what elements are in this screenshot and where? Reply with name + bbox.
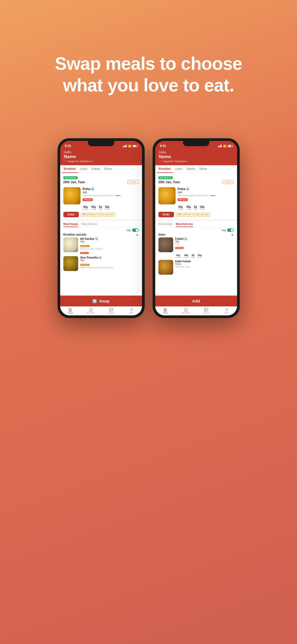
swap-item-img-aloo xyxy=(63,256,78,271)
next-meal-badge-left: Next Meal On xyxy=(63,176,78,179)
addons-section-right: Meal Swaps Meal Add-ons Veg Sides ▲ xyxy=(155,221,237,296)
swap-item-info-idli: Idli Sambar ₹80 Breakfast Aloo Posto, Ri… xyxy=(80,237,139,255)
next-meal-badge-right: Next Meal On xyxy=(158,176,173,179)
swap-item-img-idli xyxy=(63,237,78,252)
veg-toggle-left[interactable] xyxy=(132,228,139,232)
pin-icon-left: 📍 xyxy=(64,160,67,163)
meal-card-left: Poha ₹40 Kala Chana Masala, Dahi Bhalla.… xyxy=(60,186,142,221)
addon-tab-meal-swaps-right[interactable]: Meal Swaps xyxy=(158,223,173,227)
meal-more-left[interactable]: more xyxy=(115,194,121,197)
phone-right: 9:41 📶 Hello, xyxy=(153,138,240,318)
cancel-button-left[interactable]: Cancel xyxy=(128,180,139,184)
next-meal-section-left: Next Meal On 25th Jan, Tues Cancel xyxy=(60,173,142,186)
swap-tabs-left: Meal Swaps Meal Add-ons xyxy=(63,223,139,227)
bottom-nav-left: 🏠 Home 📋 My Orders 💬 Support ☰ More xyxy=(60,306,142,315)
meal-info-right: Poha ₹40 Kala Chana Masala, Dahi Bhalla.… xyxy=(178,187,234,201)
add-action-label-right: Add xyxy=(192,299,200,303)
nutrition-row-left: 42g Protein 45g Carbs 5g Fats 16g Fibre xyxy=(63,205,139,210)
nav-more-left[interactable]: ☰ More xyxy=(121,308,142,314)
meal-name-right: Poha xyxy=(178,187,185,191)
location-text-right: Capgemini, Bangalore xyxy=(163,160,186,163)
nav-orders-right[interactable]: 📋 My Orders xyxy=(176,308,196,314)
meal-card-right: Poha ₹40 Kala Chana Masala, Dahi Bhalla.… xyxy=(155,186,237,221)
tab-breakfast-right[interactable]: Breakfast xyxy=(157,165,173,173)
nav-support-right[interactable]: 💬 Support xyxy=(196,308,217,314)
addon-tabs-right: Meal Swaps Meal Add-ons xyxy=(158,223,234,227)
meal-price-left: ₹40 xyxy=(83,191,139,194)
chevron-up-right: ▲ xyxy=(231,233,234,236)
add-action-right[interactable]: Add xyxy=(155,296,237,306)
status-time-left: 9:41 xyxy=(65,144,71,148)
kcal-badge-right: 450 Kcal xyxy=(178,198,188,201)
status-icons-left: 📶 xyxy=(123,145,137,148)
veg-label-right: Veg xyxy=(221,229,226,232)
meal-image-right xyxy=(158,187,176,204)
veg-toggle-row-left: Veg xyxy=(63,228,139,232)
idli-desc: Aloo Posto, Rice, Chola dal xyxy=(80,248,139,250)
signal-icon-right xyxy=(218,145,222,147)
swap-item-info-aloo: Aloo Parantha ₹40 Breakfast Makke noodle… xyxy=(80,256,139,269)
nutrition-fibre-right: 16g Fibre xyxy=(200,205,204,210)
chevron-down-right: ▾ xyxy=(187,160,188,163)
nav-home-left[interactable]: 🏠 Home xyxy=(60,308,81,314)
support-label-left: Support xyxy=(108,312,115,314)
tab-dinner-left[interactable]: Dinner xyxy=(102,165,114,173)
meal-more-right[interactable]: more xyxy=(210,194,216,197)
swap-item-idli: Idli Sambar ₹80 Breakfast Aloo Posto, Ri… xyxy=(63,237,139,255)
support-label-right: Support xyxy=(203,312,210,314)
aloo-tag: Breakfast xyxy=(80,264,89,266)
nav-more-right[interactable]: ☰ More xyxy=(216,308,237,314)
swap-action-left[interactable]: 🔄 Swap xyxy=(60,296,142,306)
tab-lunch-left[interactable]: Lunch xyxy=(78,165,89,173)
nutrition-fibre-left: 16g Fibre xyxy=(105,205,109,210)
hello-left: Hello, xyxy=(64,150,138,154)
order-button-left[interactable]: Order xyxy=(63,212,79,217)
phone-screen-left: 9:41 📶 Hello, xyxy=(60,141,142,315)
nutrition-carbs-left: 45g Carbs xyxy=(91,205,96,210)
tab-lunch-right[interactable]: Lunch xyxy=(173,165,184,173)
hero-line2: what you love to eat. xyxy=(63,75,234,95)
veg-icon-idli xyxy=(95,238,98,240)
veg-toggle-row-right: Veg xyxy=(158,228,234,232)
tab-dinner-right[interactable]: Dinner xyxy=(197,165,209,173)
tab-snacks-left[interactable]: Snacks xyxy=(89,165,102,173)
cancel-button-right[interactable]: Cancel xyxy=(223,180,234,184)
nav-support-left[interactable]: 💬 Support xyxy=(101,308,122,314)
nutrition-row-right: 42g Protein 45g Carbs 5g Fats 16g Fibre xyxy=(158,205,234,210)
swap-item-info-falafel: Falafel ₹85 8 pcs 450 Kcal xyxy=(175,237,234,250)
phones-container: 9:41 📶 Hello, xyxy=(58,138,240,318)
nutrition-fats-right: 5g Fats xyxy=(194,205,197,210)
nutrition-protein-left: 42g Protein xyxy=(83,205,88,210)
meal-name-left: Poha xyxy=(83,187,90,191)
swap-item-falafel: Falafel ₹85 8 pcs 450 Kcal xyxy=(158,237,234,252)
bottom-nav-right: 🏠 Home 📋 My Orders 💬 Support ☰ More xyxy=(155,306,237,315)
meal-price-right: ₹40 xyxy=(178,191,234,194)
swap-item-img-kalmi xyxy=(158,260,173,275)
date-cancel-row-left: 25th Jan, Tues Cancel xyxy=(63,180,139,186)
veg-toggle-right[interactable] xyxy=(227,228,234,232)
hello-right: Hello, xyxy=(159,150,233,154)
battery-icon-right xyxy=(228,145,232,147)
swap-tab-meal-addons-left[interactable]: Meal Add-ons xyxy=(81,223,97,227)
app-header-left: Hello, Name 📍 Capgemini, Bangalore ▾ xyxy=(60,149,142,165)
cutoff-badge-right: ⏰ Cut-Off time: 11:30 pm (24th Jan) xyxy=(176,213,210,217)
support-icon-right: 💬 xyxy=(204,308,208,312)
date-right: 25th Jan, Tues xyxy=(158,180,180,184)
phone-notch-right xyxy=(183,141,209,146)
more-label-right: More xyxy=(225,312,229,314)
addon-tab-meal-addons-right[interactable]: Meal Add-ons xyxy=(176,223,193,227)
nav-orders-left[interactable]: 📋 My Orders xyxy=(81,308,101,314)
tab-breakfast-left[interactable]: Breakfast xyxy=(62,165,78,173)
hero-line1: Swap meals to choose xyxy=(55,53,242,73)
status-icons-right: 📶 xyxy=(218,145,232,148)
meal-tabs-right: Breakfast Lunch Snacks Dinner xyxy=(155,165,237,173)
nav-home-right[interactable]: 🏠 Home xyxy=(155,308,176,314)
wifi-icon-left: 📶 xyxy=(128,145,131,148)
swap-tab-meal-swaps-left[interactable]: Meal Swaps xyxy=(63,223,78,227)
order-button-right[interactable]: Order xyxy=(158,212,174,217)
battery-icon-left xyxy=(133,145,137,147)
app-header-right: Hello, Name 📍 Capgemini, Bangalore ▾ xyxy=(155,149,237,165)
tab-snacks-right[interactable]: Snacks xyxy=(184,165,197,173)
swap-item-img-falafel xyxy=(158,237,173,252)
pin-icon-right: 📍 xyxy=(159,160,162,163)
